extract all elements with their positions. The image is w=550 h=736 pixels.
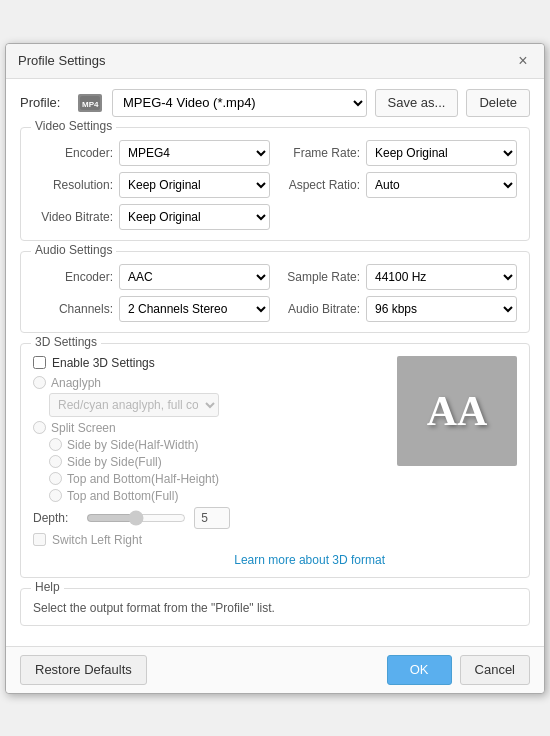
enable-3d-label: Enable 3D Settings: [52, 356, 155, 370]
channels-select[interactable]: 2 Channels Stereo: [119, 296, 270, 322]
aspect-ratio-row: Aspect Ratio: Auto: [280, 172, 517, 198]
frame-rate-label: Frame Rate:: [280, 146, 360, 160]
enable-3d-checkbox[interactable]: [33, 356, 46, 369]
3d-settings-section: 3D Settings Enable 3D Settings Anaglyph …: [20, 343, 530, 578]
3d-settings-content: Enable 3D Settings Anaglyph Red/cyan ana…: [33, 356, 517, 567]
split-screen-radio: [33, 421, 46, 434]
delete-button[interactable]: Delete: [466, 89, 530, 117]
resolution-label: Resolution:: [33, 178, 113, 192]
top-bottom-half-radio: [49, 472, 62, 485]
anaglyph-select: Red/cyan anaglyph, full color: [49, 393, 219, 417]
top-bottom-half-option: Top and Bottom(Half-Height): [49, 472, 385, 486]
channels-label: Channels:: [33, 302, 113, 316]
audio-settings-title: Audio Settings: [31, 243, 116, 257]
3d-preview-text: AA: [427, 387, 488, 435]
profile-row: Profile: MP4 MPEG-4 Video (*.mp4) Save a…: [20, 89, 530, 117]
close-button[interactable]: ×: [514, 52, 532, 70]
frame-rate-row: Frame Rate: Keep Original: [280, 140, 517, 166]
top-bottom-full-option: Top and Bottom(Full): [49, 489, 385, 503]
profile-settings-dialog: Profile Settings × Profile: MP4 MPEG-4 V…: [5, 43, 545, 694]
channels-row: Channels: 2 Channels Stereo: [33, 296, 270, 322]
audio-bitrate-select[interactable]: 96 kbps: [366, 296, 517, 322]
split-screen-options: Side by Side(Half-Width) Side by Side(Fu…: [49, 438, 385, 503]
side-by-side-half-label: Side by Side(Half-Width): [67, 438, 198, 452]
audio-bitrate-row: Audio Bitrate: 96 kbps: [280, 296, 517, 322]
video-bitrate-row: Video Bitrate: Keep Original: [33, 204, 270, 230]
ok-button[interactable]: OK: [387, 655, 452, 685]
dialog-content: Profile: MP4 MPEG-4 Video (*.mp4) Save a…: [6, 79, 544, 646]
top-bottom-full-radio: [49, 489, 62, 502]
3d-settings-title: 3D Settings: [31, 335, 101, 349]
anaglyph-radio: [33, 376, 46, 389]
video-settings-section: Video Settings Encoder: MPEG4 Frame Rate…: [20, 127, 530, 241]
restore-defaults-button[interactable]: Restore Defaults: [20, 655, 147, 685]
save-as-button[interactable]: Save as...: [375, 89, 459, 117]
top-bottom-half-label: Top and Bottom(Half-Height): [67, 472, 219, 486]
audio-bitrate-label: Audio Bitrate:: [280, 302, 360, 316]
encoder-select[interactable]: MPEG4: [119, 140, 270, 166]
split-screen-option: Split Screen: [33, 421, 385, 435]
video-settings-title: Video Settings: [31, 119, 116, 133]
side-by-side-full-radio: [49, 455, 62, 468]
footer-right-buttons: OK Cancel: [387, 655, 530, 685]
audio-encoder-label: Encoder:: [33, 270, 113, 284]
top-bottom-full-label: Top and Bottom(Full): [67, 489, 178, 503]
side-by-side-half-option: Side by Side(Half-Width): [49, 438, 385, 452]
switch-left-right-label: Switch Left Right: [52, 533, 142, 547]
encoder-row: Encoder: MPEG4: [33, 140, 270, 166]
audio-encoder-row: Encoder: AAC: [33, 264, 270, 290]
help-title: Help: [31, 580, 64, 594]
3d-preview: AA: [397, 356, 517, 466]
help-section: Help Select the output format from the "…: [20, 588, 530, 626]
sample-rate-row: Sample Rate: 44100 Hz: [280, 264, 517, 290]
title-bar: Profile Settings ×: [6, 44, 544, 79]
cancel-button[interactable]: Cancel: [460, 655, 530, 685]
sample-rate-label: Sample Rate:: [280, 270, 360, 284]
resolution-row: Resolution: Keep Original: [33, 172, 270, 198]
switch-left-right-checkbox: [33, 533, 46, 546]
side-by-side-full-label: Side by Side(Full): [67, 455, 162, 469]
dialog-footer: Restore Defaults OK Cancel: [6, 646, 544, 693]
video-bitrate-select[interactable]: Keep Original: [119, 204, 270, 230]
3d-settings-left: Enable 3D Settings Anaglyph Red/cyan ana…: [33, 356, 385, 567]
depth-row: Depth:: [33, 507, 385, 529]
anaglyph-option: Anaglyph: [33, 376, 385, 390]
frame-rate-select[interactable]: Keep Original: [366, 140, 517, 166]
mp4-icon: MP4: [78, 94, 102, 112]
side-by-side-half-radio: [49, 438, 62, 451]
depth-slider: [86, 510, 186, 526]
dialog-title: Profile Settings: [18, 53, 105, 68]
switch-row: Switch Left Right: [33, 533, 385, 547]
encoder-label: Encoder:: [33, 146, 113, 160]
sample-rate-select[interactable]: 44100 Hz: [366, 264, 517, 290]
svg-text:MP4: MP4: [82, 100, 99, 109]
aspect-ratio-select[interactable]: Auto: [366, 172, 517, 198]
profile-label: Profile:: [20, 95, 70, 110]
depth-label: Depth:: [33, 511, 78, 525]
aspect-ratio-label: Aspect Ratio:: [280, 178, 360, 192]
depth-value-input: [194, 507, 230, 529]
video-bitrate-label: Video Bitrate:: [33, 210, 113, 224]
enable-3d-row: Enable 3D Settings: [33, 356, 385, 370]
audio-settings-section: Audio Settings Encoder: AAC Sample Rate:…: [20, 251, 530, 333]
audio-encoder-select[interactable]: AAC: [119, 264, 270, 290]
learn-more-link[interactable]: Learn more about 3D format: [33, 553, 385, 567]
resolution-select[interactable]: Keep Original: [119, 172, 270, 198]
split-screen-label: Split Screen: [51, 421, 116, 435]
profile-select[interactable]: MPEG-4 Video (*.mp4): [112, 89, 367, 117]
side-by-side-full-option: Side by Side(Full): [49, 455, 385, 469]
help-text: Select the output format from the "Profi…: [33, 601, 517, 615]
anaglyph-label: Anaglyph: [51, 376, 101, 390]
